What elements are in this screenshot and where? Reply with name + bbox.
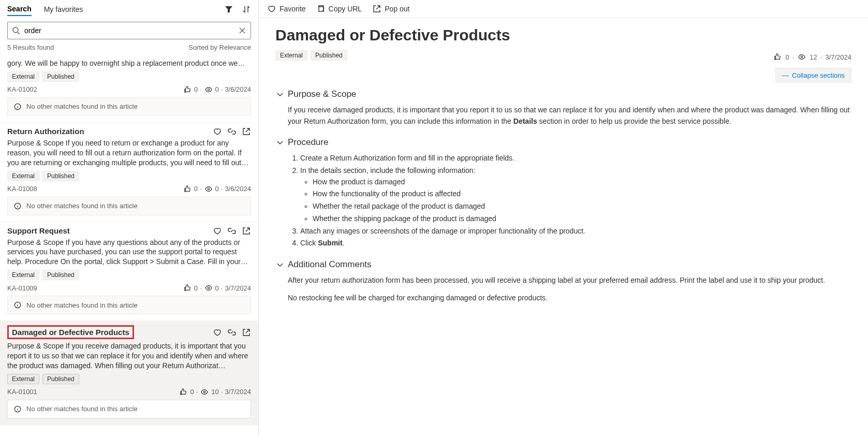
result-views: 0 — [215, 85, 219, 93]
link-icon[interactable] — [227, 328, 237, 337]
link-icon[interactable] — [227, 226, 237, 236]
no-match-notice: No other matches found in this article — [7, 197, 251, 215]
badge: Published — [42, 171, 79, 181]
list-item: In the details section, include the foll… — [300, 165, 851, 224]
popout-icon[interactable] — [242, 328, 251, 337]
article-section: Procedure Create a Return Authorization … — [275, 137, 851, 249]
result-id: KA-01008 — [7, 185, 37, 193]
like-icon[interactable] — [179, 387, 188, 397]
svg-point-1 — [208, 89, 210, 91]
heart-icon — [267, 4, 276, 13]
result-id: KA-01009 — [7, 284, 37, 292]
result-card[interactable]: Return Authorization Purpose & Scope If … — [0, 123, 258, 222]
result-card[interactable]: gory. We will be happy to overnight ship… — [0, 54, 258, 123]
copy-icon — [316, 4, 326, 13]
article-body: Damaged or Defective Products ExternalPu… — [259, 18, 868, 436]
heart-icon[interactable] — [213, 127, 222, 136]
chevron-down-icon — [275, 138, 285, 147]
paragraph: After your return authorization form has… — [288, 275, 851, 286]
result-date: 3/7/2024 — [225, 284, 251, 292]
results-sort[interactable]: Sorted by Relevance — [188, 43, 251, 51]
list-item: Create a Return Authorization form and f… — [300, 153, 851, 164]
section-heading[interactable]: Purpose & Scope — [275, 89, 851, 99]
heart-icon[interactable] — [213, 328, 222, 337]
collapse-sections-button[interactable]: — Collapse sections — [775, 68, 851, 83]
paragraph: If you receive damaged products, it is i… — [288, 105, 851, 127]
eye-icon — [200, 387, 209, 397]
no-match-notice: No other matches found in this article — [7, 400, 251, 418]
article-meta: ExternalPublished 0 · 12 · 3/7/2024 — [275, 50, 851, 64]
chevron-down-icon — [275, 90, 285, 99]
article-section: Additional Comments After your return au… — [275, 259, 851, 303]
article-section: Purpose & Scope If you receive damaged p… — [275, 89, 851, 127]
article-toolbar: Favorite Copy URL Pop out — [259, 0, 868, 18]
result-card[interactable]: Support Request Purpose & Scope If you h… — [0, 222, 258, 322]
result-date: 3/7/2024 — [225, 388, 251, 396]
section-heading[interactable]: Additional Comments — [275, 259, 851, 270]
search-box — [7, 22, 251, 39]
eye-icon — [797, 52, 806, 62]
popout-icon[interactable] — [242, 127, 251, 136]
result-id: KA-01001 — [7, 388, 37, 396]
filter-icon[interactable] — [224, 5, 233, 14]
article-views: 12 — [810, 53, 817, 61]
like-icon[interactable] — [183, 85, 192, 94]
like-icon[interactable] — [773, 52, 782, 62]
clear-search-icon[interactable] — [238, 26, 247, 35]
heart-icon[interactable] — [213, 226, 222, 236]
result-card[interactable]: Damaged or Defective Products Purpose & … — [0, 321, 258, 425]
result-likes: 0 — [194, 85, 198, 93]
list-item: Click Submit. — [300, 238, 851, 249]
badge: External — [275, 50, 307, 61]
result-date: 3/6/2024 — [225, 185, 251, 193]
result-snippet: gory. We will be happy to overnight ship… — [7, 59, 251, 68]
result-title: Return Authorization — [7, 127, 84, 136]
svg-point-10 — [801, 56, 803, 58]
results-list: gory. We will be happy to overnight ship… — [0, 54, 258, 436]
results-count: 5 Results found — [7, 43, 54, 51]
no-match-notice: No other matches found in this article — [7, 97, 251, 116]
copy-url-button[interactable]: Copy URL — [316, 4, 362, 13]
list-item: Attach any images or screenshots of the … — [300, 226, 851, 237]
like-icon[interactable] — [183, 184, 192, 194]
popout-button[interactable]: Pop out — [372, 4, 409, 13]
result-views: 10 — [211, 388, 218, 396]
info-icon — [13, 102, 22, 111]
badge: Published — [42, 71, 79, 82]
result-title: Support Request — [7, 226, 70, 235]
info-icon — [13, 201, 22, 211]
search-icon — [11, 26, 21, 35]
result-views: 0 — [215, 185, 219, 193]
badge: Published — [42, 270, 79, 280]
search-input[interactable] — [7, 22, 251, 39]
search-panel: Search My favorites 5 Results found Sort… — [0, 0, 259, 436]
link-icon[interactable] — [227, 127, 237, 136]
sort-icon[interactable] — [242, 5, 251, 14]
tab-favorites[interactable]: My favorites — [44, 3, 83, 16]
svg-point-7 — [204, 391, 206, 393]
result-views: 0 — [215, 284, 219, 292]
result-snippet: Purpose & Scope If you have any question… — [7, 238, 251, 267]
eye-icon — [204, 283, 213, 293]
result-date: 3/6/2024 — [225, 85, 251, 93]
section-heading[interactable]: Procedure — [275, 137, 851, 148]
popout-icon[interactable] — [242, 226, 251, 236]
badge: External — [7, 71, 39, 82]
list-item: Whether the shipping package of the prod… — [313, 213, 851, 225]
like-icon[interactable] — [183, 283, 192, 293]
results-meta: 5 Results found Sorted by Relevance — [0, 43, 258, 54]
tab-search[interactable]: Search — [7, 3, 32, 16]
svg-point-3 — [208, 188, 210, 190]
result-likes: 0 — [194, 284, 198, 292]
result-likes: 0 — [194, 185, 198, 193]
result-snippet: Purpose & Scope If you need to return or… — [7, 138, 251, 168]
svg-point-5 — [208, 287, 210, 289]
badge: External — [7, 374, 39, 384]
article-title: Damaged or Defective Products — [275, 26, 851, 44]
article-likes: 0 — [785, 53, 789, 61]
favorite-button[interactable]: Favorite — [267, 4, 306, 13]
article-panel: Favorite Copy URL Pop out Damaged or Def… — [259, 0, 868, 436]
badge: Published — [311, 50, 347, 61]
badge: External — [7, 270, 39, 280]
no-match-notice: No other matches found in this article — [7, 296, 251, 314]
